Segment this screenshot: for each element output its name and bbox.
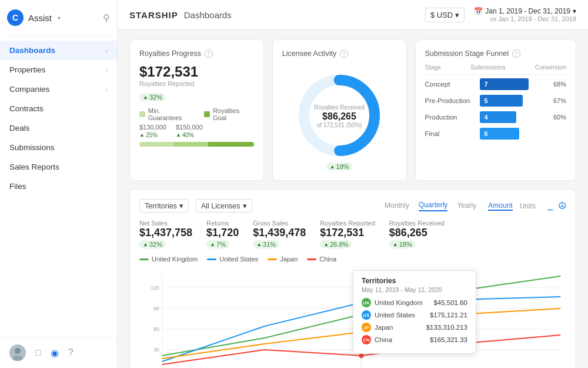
- mini-labels: Min. Guarantees Royalties Goal: [139, 107, 254, 121]
- metric-net-sales: Net Sales $1,437,758 ▲ 32%: [139, 220, 192, 248]
- tab-monthly[interactable]: Monthly: [385, 201, 409, 211]
- tooltip-china: CN China $165,321.33: [362, 335, 467, 344]
- svg-point-1: [15, 348, 21, 354]
- tab-quarterly[interactable]: Quarterly: [419, 201, 447, 211]
- chevron-down-icon: ▾: [179, 201, 183, 210]
- app-name: Assist: [28, 13, 52, 23]
- chart-tooltip: Territories May 11, 2019 - May 11, 2020 …: [353, 270, 476, 354]
- bell-icon[interactable]: ◉: [51, 347, 59, 359]
- territories-filter[interactable]: Territories ▾: [139, 199, 189, 213]
- svg-text:90: 90: [153, 306, 159, 311]
- legend-uk-line: [139, 258, 149, 260]
- tooltip-uk: UK United Kingdom $45,501.60: [362, 298, 467, 307]
- chat-icon[interactable]: □: [35, 347, 41, 358]
- licensee-card: Licensee Activity ? Royalties Received $…: [272, 39, 407, 181]
- sidebar-item-properties[interactable]: Properties ›: [0, 60, 117, 79]
- svg-point-27: [359, 353, 364, 358]
- funnel-title: Submission Stage Funnel ?: [425, 49, 567, 58]
- royalties-badge: ▲ 32%: [139, 93, 166, 101]
- tab-units[interactable]: Units: [520, 202, 536, 210]
- chart-controls: Territories ▾ All Licenses ▾ Monthly Qua…: [139, 199, 566, 213]
- chevron-right-icon: ›: [105, 86, 108, 93]
- metrics-row: Net Sales $1,437,758 ▲ 32% Returns $1,72…: [139, 220, 566, 248]
- search-icon[interactable]: ⚲: [103, 12, 110, 24]
- metric-royalties-reported: Royalties Reported $172,531 ▲ 26.8%: [320, 220, 375, 248]
- amount-unit-tabs: Amount Units: [488, 201, 536, 211]
- tab-amount[interactable]: Amount: [488, 201, 512, 211]
- sidebar-item-dashboards[interactable]: Dashboards ›: [0, 41, 117, 60]
- sidebar-footer: □ ◉ ?: [0, 337, 117, 368]
- royalties-label: Royalties Reported: [139, 80, 254, 87]
- app-arrow[interactable]: ▾: [58, 15, 61, 21]
- sidebar-header: C Assist ▾ ⚲: [0, 0, 117, 35]
- currency-selector[interactable]: $ USD ▾: [425, 8, 465, 22]
- sidebar-nav: Dashboards › Properties › Companies › Co…: [0, 36, 117, 337]
- progress-bar: [139, 142, 254, 147]
- avatar[interactable]: [9, 344, 26, 361]
- bar-chart-icon[interactable]: ☮: [558, 200, 566, 211]
- chevron-right-icon: ›: [105, 47, 108, 54]
- metric-returns: Returns $1,720 ▲ 7%: [206, 220, 239, 248]
- chart-area: 0 30 60 90 120 Q1 Q2 Q3 Q4: [139, 267, 566, 368]
- japan-flag: JP: [362, 323, 371, 332]
- china-flag: CN: [362, 335, 371, 344]
- tooltip-japan: JP Japan $133,310.213: [362, 323, 467, 332]
- chevron-down-icon: ▾: [573, 7, 576, 15]
- content: Royalties Progress ? $172,531 Royalties …: [118, 30, 588, 368]
- royalties-value: $172,531: [139, 64, 254, 80]
- funnel-row-production: Production 4 60%: [425, 111, 567, 123]
- help-icon[interactable]: ?: [68, 347, 74, 358]
- calendar-icon: 📅: [474, 7, 483, 15]
- info-icon[interactable]: ?: [340, 49, 348, 58]
- sidebar-item-files[interactable]: Files: [0, 177, 117, 196]
- svg-text:of 172,531 (50%): of 172,531 (50%): [317, 122, 362, 128]
- progress-values: $130,000 ▲ 25% $150,000 ▲ 40%: [139, 124, 254, 138]
- brand-name: STARSHIP: [129, 10, 178, 20]
- cards-row: Royalties Progress ? $172,531 Royalties …: [129, 39, 576, 181]
- royalties-card: Royalties Progress ? $172,531 Royalties …: [129, 39, 264, 181]
- goal-dot: [204, 111, 210, 117]
- app-logo: C: [7, 9, 24, 26]
- progress-seg-1: [139, 142, 173, 147]
- legend-japan-line: [268, 258, 277, 260]
- tooltip-us: US United States $175,121.21: [362, 310, 467, 320]
- sidebar-item-deals[interactable]: Deals: [0, 118, 117, 138]
- svg-text:$86,265: $86,265: [322, 111, 356, 121]
- chevron-down-icon: ▾: [455, 11, 459, 19]
- metric-royalties-received: Royalties Received $86,265 ▲ 18%: [389, 220, 445, 248]
- top-controls: $ USD ▾ 📅 Jan 1, 2019 - Dec 31, 2019 ▾ v…: [425, 7, 576, 22]
- sidebar-item-sales-reports[interactable]: Sales Reports: [0, 157, 117, 177]
- uk-flag: UK: [362, 298, 371, 307]
- tab-yearly[interactable]: Yearly: [457, 201, 476, 211]
- legend-us-line: [207, 258, 216, 260]
- funnel-row-final: Final 6: [425, 128, 567, 140]
- chart-section: Territories ▾ All Licenses ▾ Monthly Qua…: [129, 189, 576, 368]
- legend-china-line: [307, 258, 316, 260]
- sidebar-item-submissions[interactable]: Submissions: [0, 138, 117, 157]
- funnel-card: Submission Stage Funnel ? Stage Submissi…: [415, 39, 577, 181]
- progress-seg-2: [173, 142, 208, 147]
- chevron-down-icon: ▾: [243, 201, 247, 210]
- funnel-header: Stage Submissions Conversion: [425, 64, 567, 75]
- sidebar-item-companies[interactable]: Companies ›: [0, 79, 117, 99]
- line-chart-icon[interactable]: ⎯: [547, 200, 553, 211]
- licensee-title: Licensee Activity ?: [282, 49, 397, 58]
- licenses-filter[interactable]: All Licenses ▾: [196, 199, 252, 213]
- svg-text:120: 120: [151, 285, 159, 291]
- time-tabs: Monthly Quarterly Yearly: [385, 201, 476, 211]
- sidebar-item-contracts[interactable]: Contracts: [0, 99, 117, 118]
- info-icon[interactable]: ?: [512, 49, 520, 58]
- svg-text:Royalties Received: Royalties Received: [314, 104, 365, 111]
- chart-legend: United Kingdom United States Japan China: [139, 256, 566, 263]
- funnel-row-preproduction: Pre-Production 5 67%: [425, 95, 567, 107]
- info-icon[interactable]: ?: [205, 49, 213, 58]
- donut-chart: Royalties Received $86,265 of 172,531 (5…: [292, 68, 386, 163]
- licensee-badge: ▲ 18%: [326, 163, 353, 171]
- metric-gross-sales: Gross Sales $1,439,478 ▲ 31%: [253, 220, 306, 248]
- chart-icons: ⎯ ☮: [547, 200, 566, 211]
- top-bar: STARSHIP Dashboards $ USD ▾ 📅 Jan 1, 201…: [118, 0, 588, 30]
- svg-text:60: 60: [153, 326, 159, 332]
- donut-wrapper: Royalties Received $86,265 of 172,531 (5…: [282, 64, 397, 167]
- us-flag: US: [362, 310, 371, 320]
- brand: STARSHIP Dashboards: [129, 10, 232, 20]
